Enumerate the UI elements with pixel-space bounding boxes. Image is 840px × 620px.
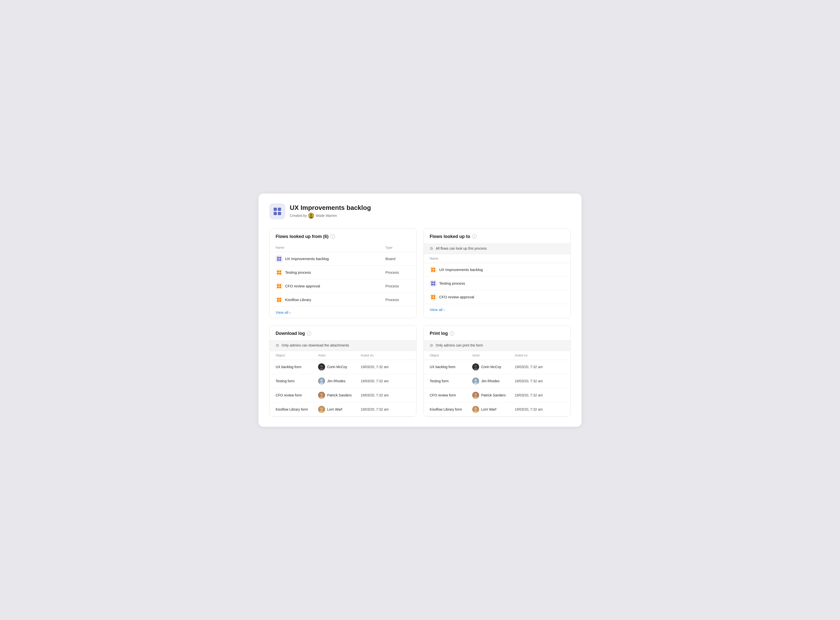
print-col-acted: Acted on [515,354,564,357]
flows-to-row-1-name: Testing process [430,280,564,287]
download-log-info-icon[interactable]: i [307,331,311,336]
flows-from-card: Flows looked up from (6) i Name Type [269,228,416,318]
print-log-card: Print log i ⚙ Only admins can print the … [424,325,571,417]
print-col-object: Object [430,354,472,357]
flows-from-view-all-row: View all › [270,307,416,318]
avatar-corin-0 [318,363,325,370]
svg-rect-16 [279,284,281,286]
svg-rect-8 [279,257,281,259]
print-actor-0: Corin McCoy [472,363,515,370]
svg-point-45 [320,407,323,410]
gear-icon: ⚙ [430,246,433,251]
download-log-row-2: CFO review form Patrick Sanders 19/03/20… [270,388,416,402]
svg-rect-14 [279,273,281,274]
author-name: Wade Warren [316,214,337,218]
svg-point-57 [474,407,477,410]
print-log-row-2: CFO review form Patrick Sanders 19/03/20… [424,388,570,402]
svg-rect-20 [279,298,281,299]
header: UX Improvements backlog Created by Wade … [269,203,571,219]
svg-rect-30 [433,284,435,285]
svg-point-36 [320,365,323,367]
avatar-jim-print-1 [472,378,479,385]
flows-from-row-2: CFO review approval Process [270,280,416,293]
flows-to-row-0: UX Improvements backlog [424,263,570,277]
svg-rect-7 [277,257,279,259]
chevron-right-icon-2: › [443,307,445,312]
flows-to-row-2-name: CFO review approval [430,293,564,301]
print-col-actor: Actor [472,354,515,357]
flows-to-info-icon[interactable]: i [472,234,477,239]
svg-rect-27 [431,281,433,283]
svg-rect-15 [277,284,279,286]
print-log-header: Print log i [424,325,570,340]
flows-from-view-all-link[interactable]: View all › [276,310,291,315]
download-col-actor: Actor [318,354,360,357]
avatar-corin-print-0 [472,363,479,370]
avatar-jim-1 [318,378,325,385]
flows-to-header: Flows looked up to i [424,229,570,243]
app-icon [269,203,285,219]
svg-rect-11 [277,271,279,272]
svg-point-42 [320,393,323,396]
flow-icon-purple-0 [276,255,283,262]
svg-point-39 [320,379,323,382]
svg-rect-23 [431,268,433,269]
created-by: Created by Wade Warren [290,213,371,218]
print-log-row-3: Kissflow Library form Lorri Warf 19/03/2… [424,402,570,417]
flows-to-title: Flows looked up to [430,234,470,239]
download-actor-0: Corin McCoy [318,363,360,370]
svg-rect-17 [277,286,279,288]
svg-rect-31 [431,295,433,297]
svg-rect-25 [431,270,433,272]
download-actor-1: Jim Rhodes [318,378,360,385]
svg-point-48 [474,365,477,367]
flows-to-view-all-link[interactable]: View all › [430,307,445,312]
download-log-title: Download log [276,331,305,336]
download-actor-3: Lorri Warf [318,406,360,413]
flows-from-name-col: Name [276,246,386,250]
created-by-label: Created by [290,214,307,218]
download-log-banner: ⚙ Only admins can download the attachmen… [270,340,416,351]
download-log-card: Download log i ⚙ Only admins can downloa… [269,325,416,417]
flow-to-icon-orange-2 [430,293,437,301]
flows-to-row-0-name: UX Improvements backlog [430,266,564,273]
flows-from-row-3-name: Kissflow Library [276,296,386,303]
flow-icon-orange-1 [276,269,283,276]
page-container: UX Improvements backlog Created by Wade … [258,194,582,427]
download-actor-2: Patrick Sanders [318,392,360,399]
print-actor-2: Patrick Sanders [472,392,515,399]
flows-to-row-1: Testing process [424,277,570,290]
svg-rect-34 [433,297,435,299]
svg-point-5 [310,214,312,216]
svg-rect-22 [279,300,281,302]
print-log-info-icon[interactable]: i [450,331,454,336]
header-text: UX Improvements backlog Created by Wade … [290,204,371,218]
svg-rect-32 [433,295,435,297]
print-actor-3: Lorri Warf [472,406,515,413]
download-col-acted: Acted on [360,354,410,357]
page-title: UX Improvements backlog [290,204,371,212]
svg-rect-3 [278,212,281,215]
flows-from-title: Flows looked up from (6) [276,234,329,239]
svg-rect-9 [277,259,279,261]
download-log-table-header: Object Actor Acted on [270,351,416,360]
flow-to-icon-purple-1 [430,280,437,287]
svg-rect-24 [433,268,435,269]
flows-from-info-icon[interactable]: i [330,234,335,239]
avatar [308,213,314,218]
flows-to-name-col: Name [430,257,564,260]
print-log-row-0: UX backlog form Corin McCoy 19/03/20, 7:… [424,360,570,374]
flows-to-row-2: CFO review approval [424,290,570,304]
svg-rect-18 [279,286,281,288]
download-log-banner-text: Only admins can download the attachments [282,343,349,347]
svg-rect-28 [433,281,435,283]
flows-from-row-3: Kissflow Library Process [270,293,416,307]
chevron-right-icon: › [289,310,291,315]
print-log-table-header: Object Actor Acted on [424,351,570,360]
svg-rect-33 [431,297,433,299]
print-log-banner-text: Only admins can print the form [436,343,483,347]
flows-from-row-0-name: UX Improvements backlog [276,255,386,262]
avatar-lorri-3 [318,406,325,413]
avatar-patrick-2 [318,392,325,399]
print-log-banner: ⚙ Only admins can print the form [424,340,570,351]
